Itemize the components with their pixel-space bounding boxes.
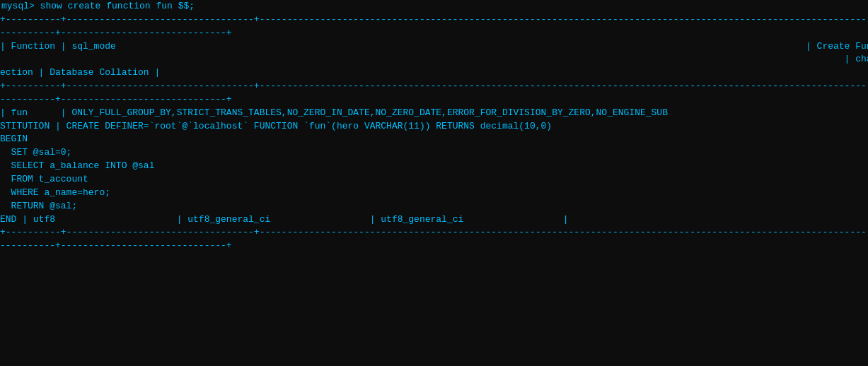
data-row4: SET @sal=0; xyxy=(0,146,868,160)
data-row8: RETURN @sal; xyxy=(0,200,868,213)
terminal-window: mysql> show create function fun $$; +---… xyxy=(0,0,868,366)
header-row2: | character_set_client | collation_conn xyxy=(0,53,868,66)
data-row1: | fun | ONLY_FULL_GROUP_BY,STRICT_TRANS_… xyxy=(0,107,868,120)
header-row3: ection | Database Collation | xyxy=(0,66,868,80)
data-row2: STITUTION | CREATE DEFINER=`root`@`local… xyxy=(0,120,868,134)
data-row3: BEGIN xyxy=(0,133,868,146)
sep-bot1: +----------+----------------------------… xyxy=(0,226,868,240)
data-row6: FROM t_account xyxy=(0,173,868,187)
sep-mid3: ----------+-----------------------------… xyxy=(0,93,868,107)
header-row1: | Function | sql_mode | Create Function xyxy=(0,40,868,54)
sep-mid1: +----------+----------------------------… xyxy=(0,80,868,93)
sep-top1: +----------+----------------------------… xyxy=(0,13,868,27)
data-row7: WHERE a_name=hero; xyxy=(0,187,868,200)
data-row5: SELECT a_balance INTO @sal xyxy=(0,160,868,173)
data-row9: END | utf8 | utf8_general_ci | utf8_gene… xyxy=(0,213,868,227)
prompt-line: mysql> show create function fun $$; xyxy=(0,0,868,13)
sep-top3: ----------+-----------------------------… xyxy=(0,27,868,40)
sep-bot3: ----------+-----------------------------… xyxy=(0,240,868,253)
